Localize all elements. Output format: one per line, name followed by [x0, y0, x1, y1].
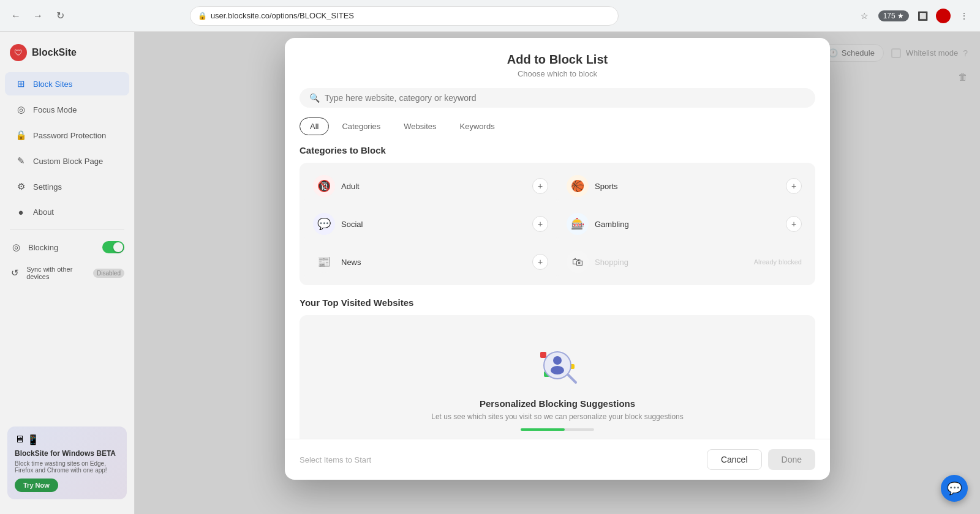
password-icon: 🔒: [15, 130, 27, 141]
url-text: user.blocksite.co/options/BLOCK_SITES: [211, 11, 354, 20]
svg-point-4: [553, 356, 562, 365]
shopping-icon-wrapper: 🛍: [567, 251, 589, 273]
personalized-icon: [533, 340, 582, 389]
address-bar[interactable]: 🔒 user.blocksite.co/options/BLOCK_SITES: [190, 6, 619, 26]
modal-tabs: All Categories Websites Keywords: [285, 117, 830, 145]
tab-keywords[interactable]: Keywords: [450, 117, 505, 135]
sidebar-item-about[interactable]: ● About: [5, 201, 129, 223]
settings-icon: ⚙: [15, 181, 27, 192]
sidebar-item-custom-block-page[interactable]: ✎ Custom Block Page: [5, 149, 129, 173]
top-visited-section: Your Top Visited Websites: [300, 297, 815, 439]
tab-categories[interactable]: Categories: [331, 117, 391, 135]
sidebar-item-password-protection[interactable]: 🔒 Password Protection: [5, 124, 129, 147]
browser-chrome: ← → ↻ 🔒 user.blocksite.co/options/BLOCK_…: [0, 0, 980, 32]
sidebar-item-label: Settings: [33, 182, 62, 192]
shopping-label: Shopping: [595, 258, 745, 267]
svg-line-6: [568, 375, 576, 382]
footer-buttons: Cancel Done: [707, 449, 815, 470]
custom-block-icon: ✎: [15, 155, 27, 166]
tab-all[interactable]: All: [300, 117, 329, 135]
app-container: 🛡 BlockSite ⊞ Block Sites ◎ Focus Mode 🔒…: [0, 32, 980, 514]
svg-rect-0: [540, 352, 546, 358]
adult-add-button[interactable]: +: [532, 178, 548, 194]
categories-grid: 🔞 Adult + 🏀 Sports +: [300, 163, 815, 285]
sidebar-item-label: About: [33, 207, 54, 217]
browser-actions: ☆ 175 ★ 🔲 ⋮: [856, 7, 973, 24]
sidebar-blocking-row: ◎ Blocking: [0, 235, 134, 259]
promo-icon-2: 📱: [27, 434, 39, 445]
sync-icon: ↺: [10, 267, 20, 278]
sports-add-button[interactable]: +: [786, 178, 802, 194]
already-blocked-text: Already blocked: [754, 258, 802, 266]
cancel-button[interactable]: Cancel: [707, 449, 762, 470]
gambling-add-button[interactable]: +: [786, 216, 802, 232]
forward-button[interactable]: →: [29, 7, 47, 24]
social-add-button[interactable]: +: [532, 216, 548, 232]
back-button[interactable]: ←: [7, 7, 24, 24]
promo-try-now-button[interactable]: Try Now: [15, 479, 58, 492]
modal-header: Add to Block List Choose which to block: [285, 38, 830, 88]
personalized-text: Let us see which sites you visit so we c…: [314, 412, 801, 421]
social-label: Social: [341, 220, 526, 229]
category-item-adult[interactable]: 🔞 Adult +: [304, 168, 557, 204]
main-content: 🕐 Schedule Whitelist mode ? 🗑 Add to Blo…: [135, 32, 980, 514]
promo-text: Block time wasting sites on Edge, Firefo…: [15, 460, 119, 474]
bookmark-button[interactable]: ☆: [856, 7, 873, 24]
modal-search-bar[interactable]: 🔍: [300, 88, 815, 108]
promo-title: BlockSite for Windows BETA: [15, 449, 119, 458]
sports-label: Sports: [595, 182, 780, 191]
modal-body: Categories to Block 🔞 Adult +: [285, 145, 830, 439]
category-item-shopping: 🛍 Shopping Already blocked: [558, 244, 810, 280]
chrome-menu-button[interactable]: ⋮: [956, 7, 973, 24]
top-visited-title: Your Top Visited Websites: [300, 297, 815, 308]
social-icon: 💬: [317, 217, 331, 231]
progress-bar-fill: [521, 428, 565, 431]
promo-card: 🖥 📱 BlockSite for Windows BETA Block tim…: [7, 426, 127, 499]
sync-status-badge: Disabled: [93, 269, 124, 278]
search-input[interactable]: [325, 93, 805, 103]
sports-icon: 🏀: [571, 179, 584, 193]
done-button[interactable]: Done: [768, 449, 815, 470]
sidebar-item-block-sites[interactable]: ⊞ Block Sites: [5, 72, 129, 95]
adult-label: Adult: [341, 182, 526, 191]
sidebar-item-focus-mode[interactable]: ◎ Focus Mode: [5, 98, 129, 121]
promo-icon-1: 🖥: [15, 434, 24, 445]
sidebar-item-label: Password Protection: [33, 131, 106, 140]
shopping-icon: 🛍: [572, 256, 583, 269]
search-icon: 🔍: [309, 93, 320, 103]
category-item-gambling[interactable]: 🎰 Gambling +: [558, 206, 810, 242]
tab-websites[interactable]: Websites: [393, 117, 447, 135]
chat-bubble-button[interactable]: 💬: [941, 475, 968, 502]
profile-avatar[interactable]: [936, 9, 951, 23]
adult-icon: 🔞: [317, 179, 331, 193]
news-label: News: [341, 258, 526, 267]
sidebar-logo-text: BlockSite: [32, 47, 77, 58]
category-item-sports[interactable]: 🏀 Sports +: [558, 168, 810, 204]
sidebar-item-label: Block Sites: [33, 80, 72, 89]
sidebar-item-label: Custom Block Page: [33, 157, 103, 166]
category-item-social[interactable]: 💬 Social +: [304, 206, 557, 242]
gambling-label: Gambling: [595, 220, 780, 229]
sidebar-logo: 🛡 BlockSite: [0, 39, 134, 71]
news-add-button[interactable]: +: [532, 254, 548, 270]
blocking-icon: ◎: [10, 242, 22, 253]
select-items-label: Select Items to Start: [300, 455, 371, 464]
focus-mode-icon: ◎: [15, 104, 27, 115]
blocking-label: Blocking: [28, 243, 58, 252]
personalized-svg: [533, 340, 582, 389]
extension-count: 175 ★: [878, 10, 909, 21]
adult-icon-wrapper: 🔞: [313, 175, 335, 197]
sidebar-item-settings[interactable]: ⚙ Settings: [5, 175, 129, 198]
modal-subtitle: Choose which to block: [300, 69, 815, 78]
gambling-icon-wrapper: 🎰: [567, 213, 589, 235]
categories-section-title: Categories to Block: [300, 145, 815, 155]
category-item-news[interactable]: 📰 News +: [304, 244, 557, 280]
blocking-toggle[interactable]: [102, 241, 124, 253]
extension-manager-button[interactable]: 🔲: [914, 7, 931, 24]
social-icon-wrapper: 💬: [313, 213, 335, 235]
refresh-button[interactable]: ↻: [51, 7, 69, 24]
sidebar: 🛡 BlockSite ⊞ Block Sites ◎ Focus Mode 🔒…: [0, 32, 135, 514]
svg-point-5: [551, 366, 564, 374]
add-to-block-list-modal: Add to Block List Choose which to block …: [285, 38, 830, 480]
about-icon: ●: [15, 207, 27, 217]
